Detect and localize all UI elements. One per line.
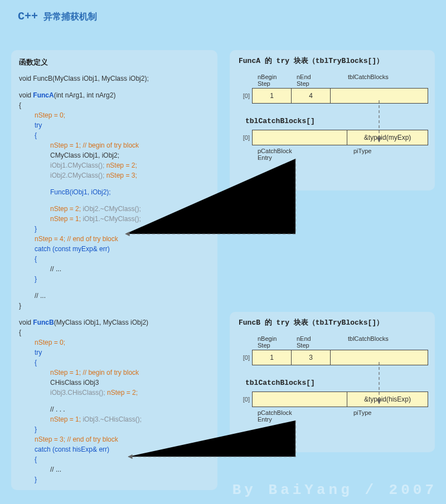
code-line: void FuncA(int nArg1, int nArg2) xyxy=(19,90,210,100)
code-line: nStep = 1; iObj1.~CMyClass(); xyxy=(19,214,210,224)
cell-typeid: &typeid(hisExp) xyxy=(347,392,428,407)
panel-a-heading: FuncA 的 try 块表（tblTryBlocks[]） xyxy=(239,56,428,66)
panel-a-col-headers: nBegin Step nEnd Step tblCatchBlocks xyxy=(253,74,428,88)
try-table-panel-b: FuncB 的 try 块表（tblTryBlocks[]） nBegin St… xyxy=(230,312,435,452)
cell-nbegin: 1 xyxy=(253,350,292,365)
row-index: [0] xyxy=(239,134,252,141)
try-table-panel-a: FuncA 的 try 块表（tblTryBlocks[]） nBegin St… xyxy=(230,50,435,190)
catch-heading-a: tblCatchBlocks[] xyxy=(245,117,428,125)
code-line: CHisClass iObj3 xyxy=(19,378,210,388)
cell-typeid: &typeid(myExp) xyxy=(347,130,428,145)
code-line: nStep = 1; // begin of try block xyxy=(19,368,210,378)
code-line: FuncB(iObj1, iObj2); xyxy=(19,187,210,197)
panel-a-labels-below: pCatchBlock Entry piType xyxy=(253,148,428,162)
code-line: { xyxy=(19,130,210,140)
code-line: } xyxy=(19,274,210,284)
code-heading: 函数定义 xyxy=(19,57,210,68)
code-line: } xyxy=(19,424,210,434)
cell-entry xyxy=(253,130,347,145)
code-line: } xyxy=(19,224,210,234)
row-index: [0] xyxy=(239,92,252,99)
footer-credit: By BaiYang / 2007 xyxy=(232,482,437,498)
code-line: iObj2.CMyClass(); nStep = 3; xyxy=(19,170,210,180)
code-line: try xyxy=(19,348,210,358)
code-line: iObj3.CHisClass(); nStep = 2; xyxy=(19,388,210,398)
code-line-catch-a: catch (const myExp& err) xyxy=(19,244,210,254)
code-line: CMyClass iObj1, iObj2; xyxy=(19,150,210,160)
cell-catchblocks-ptr xyxy=(331,89,428,103)
cell-nbegin: 1 xyxy=(253,89,292,103)
try-row: [0] 1 3 xyxy=(239,350,428,365)
code-line: { xyxy=(19,454,210,464)
code-line: nStep = 4; // end of try block xyxy=(19,234,210,244)
cell-nend: 3 xyxy=(292,350,331,365)
code-line: void FuncB(MyClass iObj1, MyClass iObj2)… xyxy=(19,74,210,84)
code-line: { xyxy=(19,254,210,264)
page-title: C++ 异常捕获机制 xyxy=(18,10,97,23)
row-index: [0] xyxy=(239,354,252,361)
code-line-catch-b: catch (const hisExp& err) xyxy=(19,444,210,454)
panel-b-heading: FuncB 的 try 块表（tblTryBlocks[]） xyxy=(239,317,428,327)
code-line: nStep = 0; xyxy=(19,337,210,348)
title-sub: 异常捕获机制 xyxy=(38,12,97,22)
code-line: nStep = 0; xyxy=(19,110,210,120)
catch-row: [0] &typeid(myExp) xyxy=(239,130,428,145)
code-line: // ... xyxy=(19,464,210,474)
code-line: // . . . xyxy=(19,404,210,414)
cell-catchblocks-ptr xyxy=(331,350,428,365)
cell-nend: 4 xyxy=(292,89,331,103)
code-line: // ... xyxy=(19,264,210,274)
try-row: [0] 1 4 xyxy=(239,88,428,104)
code-line: try xyxy=(19,120,210,130)
code-line: } xyxy=(19,301,210,311)
code-line: iObj1.CMyClass(); nStep = 2; xyxy=(19,160,210,170)
title-main: C++ xyxy=(18,10,38,23)
code-line: // ... xyxy=(19,291,210,301)
catch-heading-b: tblCatchBlocks[] xyxy=(245,379,428,387)
code-line: { xyxy=(19,327,210,337)
code-line: nStep = 1; iObj3.~CHisClass(); xyxy=(19,414,210,424)
panel-b-col-headers: nBegin Step nEnd Step tblCatchBlocks xyxy=(253,335,428,350)
panel-b-labels-below: pCatchBlock Entry piType xyxy=(253,409,428,424)
code-line: { xyxy=(19,100,210,110)
code-line: nStep = 2; iObj2.~CMyClass(); xyxy=(19,204,210,214)
code-line: } xyxy=(19,474,210,485)
code-line: nStep = 1; // begin of try block xyxy=(19,140,210,150)
code-line: { xyxy=(19,358,210,368)
row-index: [0] xyxy=(239,396,252,403)
catch-row: [0] &typeid(hisExp) xyxy=(239,392,428,407)
code-line: nStep = 3; // end of try block xyxy=(19,434,210,444)
code-line: void FuncB(MyClass iObj1, MyClass iObj2) xyxy=(19,317,210,327)
code-panel: 函数定义 void FuncB(MyClass iObj1, MyClass i… xyxy=(11,50,217,490)
cell-entry xyxy=(253,392,347,407)
